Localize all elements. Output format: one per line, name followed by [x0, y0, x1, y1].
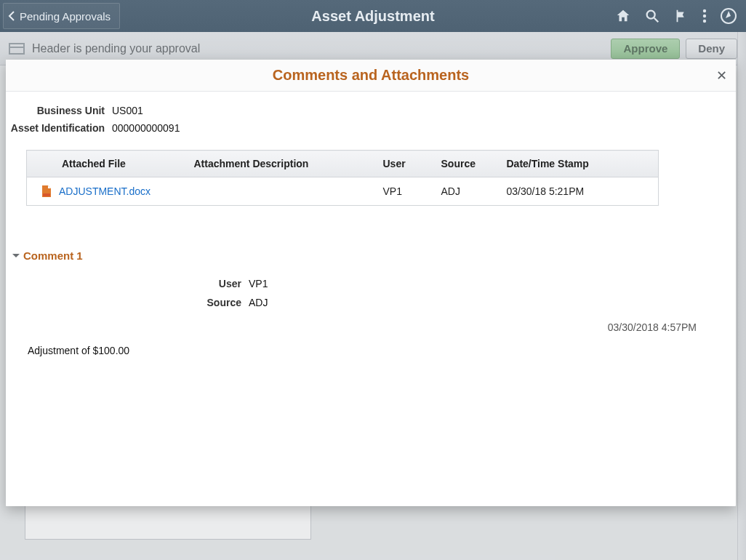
col-desc: Attachment Description	[187, 151, 376, 177]
back-button[interactable]: Pending Approvals	[3, 3, 120, 29]
top-icon-group	[615, 7, 746, 25]
svg-point-3	[703, 15, 706, 17]
comment-heading: Comment 1	[23, 249, 83, 262]
business-unit-label: Business Unit	[6, 105, 112, 116]
search-icon[interactable]	[644, 8, 660, 24]
modal-body: Business Unit US001 Asset Identification…	[6, 92, 736, 506]
modal-title: Comments and Attachments	[273, 67, 469, 84]
comment-collapse-toggle[interactable]: Comment 1	[12, 249, 718, 262]
svg-point-2	[703, 9, 706, 12]
attachment-description	[187, 177, 376, 206]
more-vert-icon[interactable]	[702, 9, 707, 23]
comment-timestamp: 03/30/2018 4:57PM	[12, 321, 697, 333]
asset-id-value: 000000000091	[112, 122, 180, 134]
flag-icon[interactable]	[673, 8, 689, 24]
col-file: Attached File	[27, 151, 187, 177]
compass-icon[interactable]	[720, 7, 737, 25]
comment-body: User VP1 Source ADJ 03/30/2018 4:57PM Ad…	[12, 278, 718, 356]
comment-source-value: ADJ	[249, 297, 268, 308]
comment-user-label: User	[12, 278, 249, 289]
svg-point-0	[647, 11, 655, 19]
table-row: ADJUSTMENT.docx VP1 ADJ 03/30/18 5:21PM	[27, 177, 659, 206]
table-header-row: Attached File Attachment Description Use…	[27, 151, 659, 177]
comments-attachments-modal: Comments and Attachments ✕ Business Unit…	[6, 60, 736, 506]
modal-close-button[interactable]: ✕	[713, 67, 730, 84]
col-user: User	[376, 151, 434, 177]
comment-user-value: VP1	[249, 278, 268, 289]
attachment-dts: 03/30/18 5:21PM	[500, 177, 659, 206]
attachment-file-link[interactable]: ADJUSTMENT.docx	[59, 185, 151, 197]
svg-point-4	[703, 20, 706, 23]
chevron-left-icon	[8, 11, 15, 21]
comment-text: Adjustment of $100.00	[28, 345, 718, 356]
top-nav-bar: Pending Approvals Asset Adjustment	[0, 0, 746, 32]
chevron-down-icon	[12, 252, 20, 260]
close-icon: ✕	[716, 68, 727, 84]
svg-rect-6	[43, 193, 50, 196]
asset-id-label: Asset Identification	[6, 122, 112, 134]
business-unit-value: US001	[112, 105, 143, 116]
back-label: Pending Approvals	[20, 10, 111, 23]
attachment-user: VP1	[376, 177, 434, 206]
comment-source-label: Source	[12, 297, 249, 308]
attachment-source: ADJ	[434, 177, 500, 206]
document-icon	[40, 185, 53, 198]
modal-header: Comments and Attachments ✕	[6, 60, 736, 92]
col-source: Source	[434, 151, 500, 177]
col-dts: Date/Time Stamp	[500, 151, 659, 177]
home-icon[interactable]	[615, 8, 631, 24]
comment-section: Comment 1 User VP1 Source ADJ 03/30/2018…	[12, 249, 718, 356]
attachments-table: Attached File Attachment Description Use…	[26, 150, 659, 206]
svg-line-1	[654, 18, 659, 23]
